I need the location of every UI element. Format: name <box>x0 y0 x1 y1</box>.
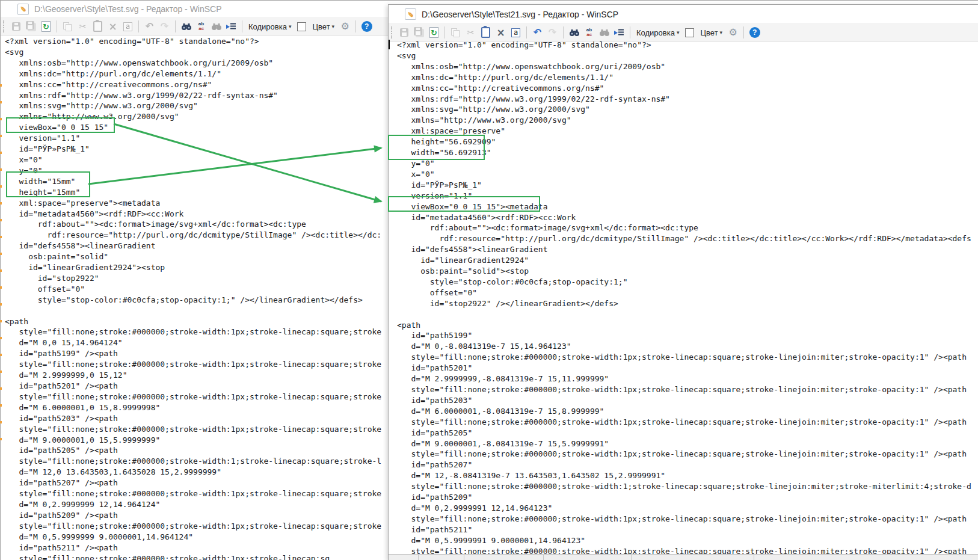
toolbar-separator <box>242 20 242 32</box>
redo-icon: ↷ <box>549 28 556 37</box>
select-all-icon: a <box>511 28 520 37</box>
find-next-button[interactable] <box>209 20 223 34</box>
background-window-tick <box>0 371 2 373</box>
cut-icon: ✂ <box>79 22 87 31</box>
background-window-tick <box>0 84 2 87</box>
background-window-tick <box>0 320 2 322</box>
toolbar-grip[interactable] <box>391 26 394 38</box>
toolbar-separator <box>138 20 139 32</box>
copy-button[interactable] <box>449 26 463 40</box>
background-window-tick <box>0 387 2 390</box>
background-window-tick <box>0 269 2 272</box>
help-button[interactable]: ? <box>748 26 761 40</box>
save-button[interactable] <box>397 26 411 40</box>
save-all-icon <box>26 21 34 29</box>
save-all-button[interactable] <box>24 20 38 34</box>
replace-button[interactable]: abac <box>582 26 596 40</box>
find-next-button[interactable] <box>597 26 611 40</box>
cut-icon: ✂ <box>467 28 475 37</box>
color-dropdown[interactable]: Цвет▾ <box>310 20 337 34</box>
background-window-tick <box>0 404 2 407</box>
go-to-line-button[interactable] <box>612 26 626 40</box>
redo-button[interactable]: ↷ <box>546 26 559 40</box>
background-window-tick <box>0 185 2 188</box>
desktop: { "left_window": { "title": "D:\\Geoserv… <box>0 0 978 560</box>
chevron-down-icon: ▾ <box>331 23 337 29</box>
toolbar-grip[interactable] <box>3 20 6 32</box>
paste-icon <box>481 27 490 38</box>
reload-icon: ↻ <box>429 27 438 38</box>
select-all-button[interactable]: a <box>121 20 135 34</box>
paste-button[interactable] <box>91 20 105 34</box>
background-window-tick <box>0 438 2 440</box>
background-window-tick <box>0 152 2 154</box>
reload-button[interactable]: ↻ <box>39 20 53 34</box>
undo-button[interactable]: ↶ <box>531 26 544 40</box>
save-all-icon <box>414 27 422 35</box>
background-window-tick <box>0 202 2 205</box>
toolbar-separator <box>57 20 57 32</box>
color-checkbox[interactable] <box>295 20 309 34</box>
redo-button[interactable]: ↷ <box>158 20 171 34</box>
edit-document-icon: ✎ <box>17 4 29 15</box>
encoding-dropdown[interactable]: Кодировка▾ <box>634 26 681 40</box>
reload-icon: ↻ <box>42 21 51 32</box>
find-icon <box>569 28 580 37</box>
background-window-tick <box>0 303 2 306</box>
delete-button[interactable]: × <box>106 20 120 34</box>
cut-button[interactable]: ✂ <box>464 26 478 40</box>
right-statusbar <box>389 554 978 560</box>
go-to-line-button[interactable] <box>224 20 238 34</box>
find-next-icon <box>211 22 222 31</box>
gear-icon: ⚙ <box>728 28 737 37</box>
gear-icon: ⚙ <box>340 22 349 31</box>
save-all-button[interactable] <box>412 26 426 40</box>
select-all-button[interactable]: a <box>509 26 523 40</box>
delete-icon: × <box>496 28 505 38</box>
reload-button[interactable]: ↻ <box>427 26 441 40</box>
settings-button[interactable]: ⚙ <box>338 20 352 34</box>
copy-button[interactable] <box>61 20 75 34</box>
undo-icon: ↶ <box>534 28 541 37</box>
color-checkbox[interactable] <box>683 26 697 40</box>
go-to-line-icon <box>614 28 624 37</box>
toolbar-separator <box>526 26 527 38</box>
undo-button[interactable]: ↶ <box>143 20 156 34</box>
chevron-down-icon: ▾ <box>676 29 682 35</box>
cut-button[interactable]: ✂ <box>76 20 90 34</box>
copy-icon <box>63 22 72 31</box>
chevron-down-icon: ▾ <box>719 29 725 35</box>
color-checkbox-box <box>685 28 694 37</box>
edit-document-icon: ✎ <box>405 8 416 20</box>
find-button[interactable] <box>567 26 581 40</box>
background-window-tick <box>0 168 2 171</box>
settings-button[interactable]: ⚙ <box>726 26 740 40</box>
chevron-down-icon: ▾ <box>288 23 294 29</box>
encoding-dropdown[interactable]: Кодировка▾ <box>246 20 294 34</box>
right-window-title: D:\Geoserver\Style\Test21.svg - Редактор… <box>422 10 618 19</box>
find-button[interactable] <box>179 20 193 34</box>
help-button[interactable]: ? <box>360 20 374 34</box>
paste-button[interactable] <box>479 26 493 40</box>
replace-button[interactable]: abac <box>194 20 208 34</box>
save-button[interactable] <box>9 20 23 34</box>
background-window-tick <box>0 421 2 423</box>
statusbar-separator <box>631 555 632 560</box>
right-code-area[interactable]: <?xml version="1.0" encoding="UTF-8" sta… <box>389 39 978 554</box>
find-icon <box>181 22 192 31</box>
color-dropdown[interactable]: Цвет▾ <box>698 26 725 40</box>
delete-button[interactable]: × <box>494 26 508 40</box>
background-window-tick <box>0 135 2 137</box>
toolbar-separator <box>563 26 564 38</box>
background-window-tick <box>0 354 2 356</box>
background-window-tick <box>0 337 2 339</box>
editor-window-test21-svg: ✎ D:\Geoserver\Style\Test21.svg - Редакт… <box>388 4 978 560</box>
find-next-icon <box>599 28 610 37</box>
color-checkbox-box <box>297 22 306 31</box>
toolbar-separator <box>355 20 356 32</box>
right-titlebar[interactable]: ✎ D:\Geoserver\Style\Test21.svg - Редакт… <box>389 5 978 24</box>
background-window-tick <box>0 286 2 289</box>
text-caret <box>389 40 390 49</box>
copy-icon <box>451 28 460 37</box>
toolbar-separator <box>175 20 176 32</box>
